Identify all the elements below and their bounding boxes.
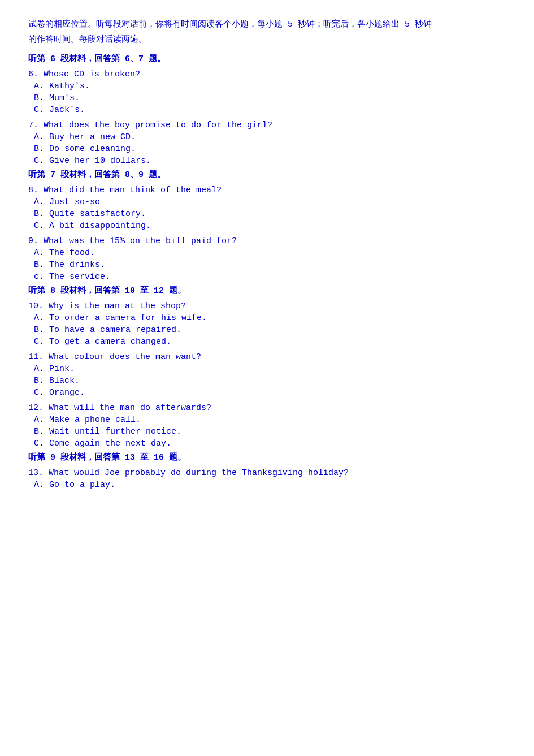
option-b: B. The drinks. (34, 260, 506, 270)
option-b: B. Wait until further notice. (34, 427, 506, 437)
question-6: 6. Whose CD is broken? (28, 70, 506, 79)
intro-paragraph: 试卷的相应位置。听每段对话前，你将有时间阅读各个小题，每小题 5 秒钟；听完后，… (28, 17, 506, 47)
question-7: 7. What does the boy promise to do for t… (28, 120, 506, 130)
question-13: 13. What would Joe probably do during th… (28, 468, 506, 478)
option-c: C. A bit disappointing. (34, 221, 506, 231)
option-a: A. The food. (34, 248, 506, 258)
question-11: 11. What colour does the man want? (28, 352, 506, 362)
option-a: A. To order a camera for his wife. (34, 313, 506, 323)
question-12: 12. What will the man do afterwards? (28, 403, 506, 413)
option-b: B. To have a camera repaired. (34, 325, 506, 335)
option-a: A. Pink. (34, 364, 506, 374)
section-header-section8: 听第 8 段材料，回答第 10 至 12 题。 (28, 285, 506, 296)
section-header-section9: 听第 9 段材料，回答第 13 至 16 题。 (28, 452, 506, 463)
option-b: B. Black. (34, 376, 506, 386)
option-c: c. The service. (34, 272, 506, 282)
option-c: C. Come again the next day. (34, 439, 506, 448)
option-a: A. Make a phone call. (34, 415, 506, 425)
option-a: A. Buy her a new CD. (34, 132, 506, 142)
option-b: B. Mum's. (34, 93, 506, 103)
option-b: B. Quite satisfactory. (34, 209, 506, 219)
option-c: C. To get a camera changed. (34, 337, 506, 347)
intro-line1: 试卷的相应位置。听每段对话前，你将有时间阅读各个小题，每小题 5 秒钟；听完后，… (28, 17, 506, 32)
section-header-section6: 听第 6 段材料，回答第 6、7 题。 (28, 53, 506, 64)
option-a: A. Kathy's. (34, 81, 506, 91)
question-9: 9. What was the 15% on the bill paid for… (28, 236, 506, 246)
question-10: 10. Why is the man at the shop? (28, 301, 506, 311)
intro-line2: 的作答时间。每段对话读两遍。 (28, 32, 506, 47)
option-c: C. Give her 10 dollars. (34, 156, 506, 166)
option-b: B. Do some cleaning. (34, 144, 506, 154)
option-a: A. Go to a play. (34, 480, 506, 490)
section-header-section7: 听第 7 段材料，回答第 8、9 题。 (28, 169, 506, 180)
option-c: C. Jack's. (34, 105, 506, 115)
question-8: 8. What did the man think of the meal? (28, 185, 506, 195)
option-c: C. Orange. (34, 388, 506, 398)
sections-container: 听第 6 段材料，回答第 6、7 题。6. Whose CD is broken… (28, 53, 506, 490)
option-a: A. Just so-so (34, 197, 506, 207)
